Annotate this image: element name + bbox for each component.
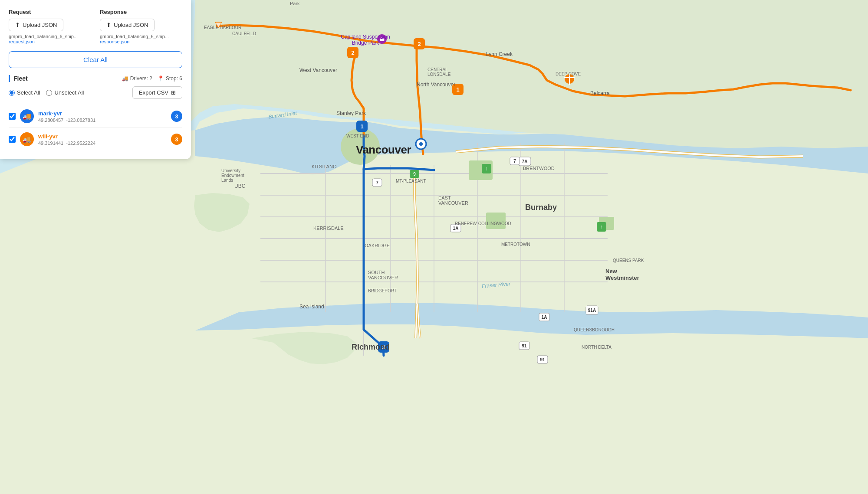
svg-point-45: [419, 142, 423, 146]
stops-icon: 📍: [158, 75, 164, 82]
upload-icon-2: ⬆: [106, 22, 111, 28]
select-all-text: Select All: [17, 89, 40, 96]
request-section: Request ⬆ Upload JSON gmpro_load_balanci…: [9, 9, 91, 44]
upload-sections: Request ⬆ Upload JSON gmpro_load_balanci…: [9, 9, 182, 44]
svg-text:91: 91: [522, 344, 527, 348]
table-icon: ⊞: [171, 89, 176, 96]
response-label: Response: [100, 9, 182, 15]
response-file-link[interactable]: response.json: [100, 39, 182, 44]
svg-text:🏔: 🏔: [380, 37, 385, 42]
mark-name: mark-yvr: [38, 110, 167, 117]
mark-stop-badge: 3: [171, 111, 182, 122]
mark-coords: 49.2808457, -123.0827831: [38, 118, 167, 123]
svg-rect-17: [486, 213, 506, 229]
svg-text:7: 7: [376, 180, 378, 185]
drivers-count: 🚚 Drivers: 2: [122, 75, 152, 82]
svg-text:91: 91: [540, 357, 545, 362]
svg-text:91A: 91A: [588, 308, 596, 313]
fleet-meta: 🚚 Drivers: 2 📍 Stop: 6: [122, 75, 182, 82]
request-upload-button[interactable]: ⬆ Upload JSON: [9, 19, 63, 31]
will-icon: 🚚: [20, 132, 34, 146]
unselect-all-radio[interactable]: [46, 90, 52, 96]
svg-text:7A: 7A: [522, 159, 528, 164]
svg-text:7: 7: [513, 159, 516, 164]
will-info: will-yvr 49.3191441, -122.9522224: [38, 133, 167, 146]
drivers-icon: 🚚: [122, 75, 128, 82]
will-coords: 49.3191441, -122.9522224: [38, 141, 167, 146]
stops-count: 📍 Stop: 6: [158, 75, 182, 82]
clear-all-button[interactable]: Clear All: [9, 51, 182, 68]
driver-list: 🚚 mark-yvr 49.2808457, -123.0827831 3 🚚 …: [9, 105, 182, 150]
svg-text:1: 1: [360, 123, 363, 130]
will-checkbox[interactable]: [9, 136, 16, 143]
will-stop-badge: 3: [171, 134, 182, 145]
request-file-name: gmpro_load_balancing_6_ship...: [9, 34, 87, 39]
svg-text:1A: 1A: [542, 315, 547, 320]
svg-text:3: 3: [382, 344, 385, 350]
svg-text:2: 2: [351, 49, 354, 56]
mark-info: mark-yvr 49.2808457, -123.0827831: [38, 110, 167, 123]
svg-text:9: 9: [413, 172, 416, 177]
request-file-link[interactable]: request.json: [9, 39, 91, 44]
export-csv-button[interactable]: Export CSV ⊞: [132, 86, 182, 99]
response-upload-button[interactable]: ⬆ Upload JSON: [100, 19, 155, 31]
request-upload-label: Upload JSON: [23, 22, 57, 28]
svg-text:1: 1: [456, 86, 459, 93]
response-upload-label: Upload JSON: [114, 22, 148, 28]
svg-text:1A: 1A: [453, 226, 459, 231]
driver-item-mark[interactable]: 🚚 mark-yvr 49.2808457, -123.0827831 3: [9, 105, 182, 128]
svg-text:2: 2: [418, 41, 421, 47]
mark-checkbox[interactable]: [9, 113, 16, 120]
select-all-radio[interactable]: [9, 90, 15, 96]
drivers-count-label: Drivers: 2: [130, 75, 152, 82]
fleet-title: Fleet: [9, 75, 28, 82]
driver-item-will[interactable]: 🚚 will-yvr 49.3191441, -122.9522224 3: [9, 128, 182, 150]
unselect-all-text: Unselect All: [54, 89, 84, 96]
svg-text:↑: ↑: [600, 224, 603, 230]
sidebar-panel: Request ⬆ Upload JSON gmpro_load_balanci…: [0, 0, 191, 159]
response-section: Response ⬆ Upload JSON gmpro_load_balanc…: [100, 9, 182, 44]
response-file-name: gmpro_load_balancing_6_ship...: [100, 34, 178, 39]
select-options: Select All Unselect All: [9, 89, 84, 96]
export-csv-label: Export CSV: [139, 89, 168, 96]
svg-point-1: [341, 128, 380, 165]
stops-count-label: Stop: 6: [166, 75, 182, 82]
request-label: Request: [9, 9, 91, 15]
select-all-label[interactable]: Select All: [9, 89, 40, 96]
will-name: will-yvr: [38, 133, 167, 140]
mark-icon: 🚚: [20, 109, 34, 123]
fleet-header: Fleet 🚚 Drivers: 2 📍 Stop: 6: [9, 75, 182, 82]
select-row: Select All Unselect All Export CSV ⊞: [9, 86, 182, 99]
upload-icon: ⬆: [15, 22, 20, 28]
svg-text:↑: ↑: [485, 166, 488, 172]
unselect-all-label[interactable]: Unselect All: [46, 89, 84, 96]
